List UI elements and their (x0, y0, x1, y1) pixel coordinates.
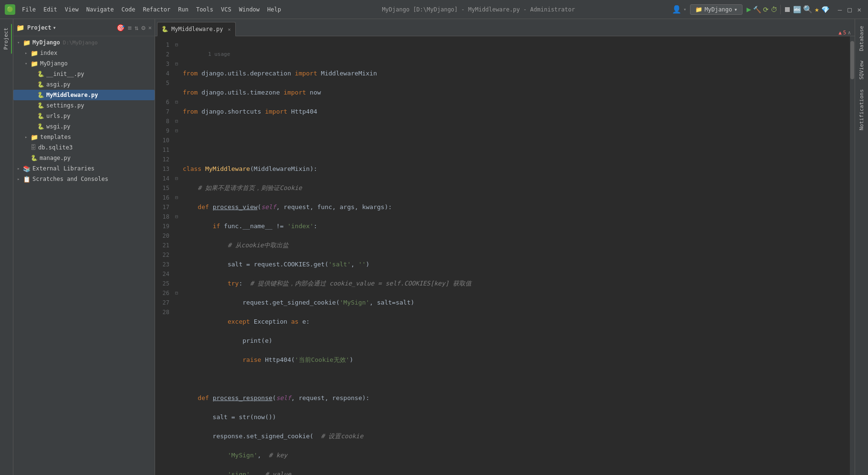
project-tab-label[interactable]: Project (1, 24, 12, 53)
tree-collapse-icon[interactable]: ≡ (127, 24, 131, 32)
sidebar-project-label[interactable]: Project ▾ (27, 24, 56, 31)
right-panel-notifications[interactable]: Notifications (857, 84, 867, 135)
root-label: MyDjango (32, 39, 60, 46)
root-icon: 📁 (23, 39, 31, 46)
db-label: db.sqlite3 (38, 144, 73, 151)
title-bar: 🟢 File Edit View Navigate Code Refactor … (0, 0, 868, 19)
editor-tab-mymiddleware[interactable]: 🐍 MyMiddleware.py ✕ (157, 22, 236, 36)
sidebar-dropdown-arrow: ▾ (53, 24, 56, 31)
search-button[interactable]: 🔍 (803, 5, 813, 14)
project-panel-tab[interactable]: Project (0, 19, 13, 475)
manage-label: manage.py (40, 155, 71, 161)
project-dropdown-arrow: ▾ (734, 6, 737, 13)
index-icon: 📁 (31, 50, 38, 57)
user-icon[interactable]: 👤 (672, 5, 681, 14)
window-title: MyDjango [D:\MyDjango] - MyMiddleware.py… (288, 6, 669, 13)
project-tree: ▾ 📁 MyDjango D:\MyDjango ▸ 📁 index (13, 36, 155, 475)
menu-navigate[interactable]: Navigate (83, 4, 118, 15)
run-button[interactable]: ▶ (746, 5, 751, 14)
asgi-label: asgi.py (46, 81, 71, 88)
right-panel-database[interactable]: Database (857, 21, 867, 56)
mymiddleware-label: MyMiddleware.py (46, 92, 98, 98)
scrollbar-thumb[interactable] (850, 41, 854, 79)
settings-label: settings.py (46, 102, 84, 109)
menu-view[interactable]: View (61, 4, 83, 15)
asgi-icon: 🐍 (37, 81, 44, 88)
usage-hint: 1 usage (183, 50, 846, 59)
menu-run[interactable]: Run (174, 4, 192, 15)
right-panel-tabs: Database SQView Notifications (855, 19, 868, 475)
menu-code[interactable]: Code (118, 4, 139, 15)
wsgi-icon: 🐍 (37, 123, 44, 130)
line-numbers: 1234567891011121314151617181920212223242… (155, 36, 172, 475)
tree-item-index[interactable]: ▸ 📁 index (13, 48, 155, 58)
editor-area: 🐍 MyMiddleware.py ✕ ▲ 5 ∧ (155, 19, 855, 475)
sidebar-folder-icon: 📁 (16, 24, 24, 32)
user-dropdown[interactable]: ▾ (683, 7, 686, 12)
project-folder-icon: 📁 (695, 6, 702, 13)
star-button[interactable]: ★ (815, 5, 819, 14)
translate-button[interactable]: 🔤 (793, 6, 801, 13)
right-panel-sqview[interactable]: SQView (857, 56, 867, 84)
index-arrow: ▸ (25, 51, 31, 55)
menu-window[interactable]: Window (235, 4, 263, 15)
menu-help[interactable]: Help (263, 4, 285, 15)
menu-tools[interactable]: Tools (192, 4, 217, 15)
urls-label: urls.py (46, 113, 71, 119)
close-button[interactable]: ✕ (856, 6, 863, 13)
index-label: index (40, 50, 57, 56)
gem-button[interactable]: 💎 (821, 6, 829, 13)
error-up-arrow: ∧ (847, 30, 851, 36)
profile-button[interactable]: ⏱ (771, 6, 777, 13)
pkg-arrow: ▾ (25, 61, 31, 66)
debug-button[interactable]: ⟳ (763, 6, 769, 13)
editor-scrollbar[interactable] (850, 36, 855, 475)
menu-file[interactable]: File (18, 4, 40, 15)
scratches-icon: 📋 (23, 176, 31, 183)
tree-item-mydjango-pkg[interactable]: ▾ 📁 MyDjango (13, 58, 155, 69)
tree-sort-icon[interactable]: ⇅ (135, 24, 138, 32)
window-controls: — □ ✕ (836, 6, 863, 13)
menu-refactor[interactable]: Refactor (139, 4, 174, 15)
tree-item-init[interactable]: 🐍 __init__.py (13, 69, 155, 79)
extlibs-icon: 📚 (23, 165, 31, 172)
maximize-button[interactable]: □ (846, 6, 853, 13)
stop-button[interactable]: ⏹ (784, 5, 791, 14)
tree-item-settings[interactable]: 🐍 settings.py (13, 100, 155, 111)
extlibs-arrow: ▸ (17, 166, 23, 171)
tree-item-asgi[interactable]: 🐍 asgi.py (13, 79, 155, 90)
tree-settings-icon[interactable]: ⚙ (141, 24, 145, 32)
sidebar-header: 📁 Project ▾ 🎯 ≡ ⇅ ⚙ ✕ (13, 19, 155, 36)
tab-label: MyMiddleware.py (171, 26, 223, 32)
tree-item-wsgi[interactable]: 🐍 wsgi.py (13, 121, 155, 132)
tab-close-icon[interactable]: ✕ (228, 27, 230, 32)
project-select[interactable]: 📁 MyDjango ▾ (690, 4, 743, 15)
build-button[interactable]: 🔨 (753, 6, 761, 13)
pkg-icon: 📁 (31, 60, 38, 67)
urls-icon: 🐍 (37, 113, 44, 119)
tree-item-urls[interactable]: 🐍 urls.py (13, 111, 155, 121)
tree-item-mydjango-root[interactable]: ▾ 📁 MyDjango D:\MyDjango (13, 37, 155, 48)
code-editor[interactable]: 1234567891011121314151617181920212223242… (155, 36, 855, 475)
tree-close-icon[interactable]: ✕ (148, 24, 152, 31)
menu-edit[interactable]: Edit (40, 4, 61, 15)
init-label: __init__.py (46, 71, 84, 77)
code-content[interactable]: 1 usage from django.utils.deprecation im… (181, 36, 850, 475)
init-icon: 🐍 (37, 71, 44, 77)
tab-py-icon: 🐍 (161, 26, 168, 32)
tree-item-mymiddleware[interactable]: 🐍 MyMiddleware.py (13, 90, 155, 100)
menu-vcs[interactable]: VCS (217, 4, 235, 15)
project-name: MyDjango (704, 6, 732, 13)
tree-item-db[interactable]: 🗄 db.sqlite3 (13, 142, 155, 153)
minimize-button[interactable]: — (836, 6, 844, 13)
wsgi-label: wsgi.py (46, 123, 71, 130)
error-indicator: ▲ 5 ∧ (835, 30, 855, 36)
manage-icon: 🐍 (31, 155, 38, 161)
tree-item-templates[interactable]: ▸ 📁 templates (13, 132, 155, 142)
templates-label: templates (40, 134, 71, 140)
tree-locate-icon[interactable]: 🎯 (116, 24, 125, 32)
tree-item-manage[interactable]: 🐍 manage.py (13, 153, 155, 163)
tree-item-external-libs[interactable]: ▸ 📚 External Libraries (13, 163, 155, 174)
tree-item-scratches[interactable]: ▸ 📋 Scratches and Consoles (13, 174, 155, 184)
project-tree-panel: 📁 Project ▾ 🎯 ≡ ⇅ ⚙ ✕ ▾ � (13, 19, 155, 475)
